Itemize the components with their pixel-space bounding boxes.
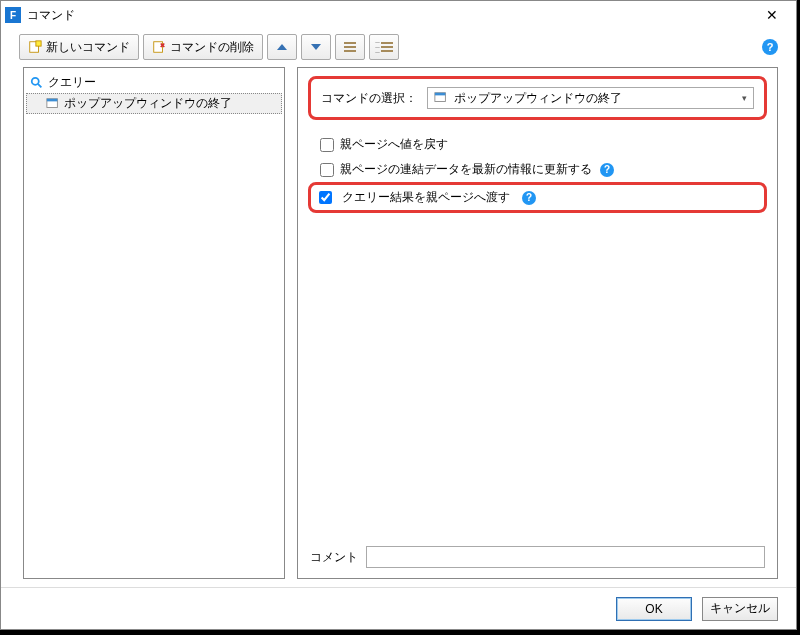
checkbox-refresh-parent[interactable] <box>320 163 334 177</box>
svg-point-5 <box>32 77 39 84</box>
command-select-highlight: コマンドの選択： ポップアップウィンドウの終了 ▾ <box>308 76 767 120</box>
comment-label: コメント <box>310 549 358 566</box>
command-select-dropdown[interactable]: ポップアップウィンドウの終了 ▾ <box>427 87 754 109</box>
dialog-footer: OK キャンセル <box>1 587 796 629</box>
tree-item-close-popup[interactable]: ポップアップウィンドウの終了 <box>26 93 282 114</box>
checkbox-pass-query-label: クエリー結果を親ページへ渡す <box>342 189 510 206</box>
checkbox-refresh-parent-row: 親ページの連結データを最新の情報に更新する ? <box>308 157 767 182</box>
help-icon[interactable]: ? <box>600 163 614 177</box>
cancel-button[interactable]: キャンセル <box>702 597 778 621</box>
content-area: クエリー ポップアップウィンドウの終了 コマンドの選択： ポップアップウィンドウ… <box>1 65 796 587</box>
svg-line-6 <box>38 83 42 87</box>
command-dialog: F コマンド ✕ 新しいコマンド コマンドの削除 ––– ? <box>0 0 797 630</box>
arrow-down-icon <box>311 44 321 50</box>
outdent-icon <box>344 42 356 52</box>
svg-rect-10 <box>435 93 446 96</box>
command-select-label: コマンドの選択： <box>321 90 417 107</box>
svg-rect-8 <box>47 98 58 101</box>
tree-item-label: ポップアップウィンドウの終了 <box>64 95 232 112</box>
dialog-title: コマンド <box>27 7 752 24</box>
checkbox-pass-query[interactable] <box>319 191 332 204</box>
app-icon: F <box>5 7 21 23</box>
checkbox-return-value[interactable] <box>320 138 334 152</box>
close-button[interactable]: ✕ <box>752 3 792 27</box>
chevron-down-icon: ▾ <box>742 93 747 103</box>
search-icon <box>30 76 44 90</box>
delete-command-button[interactable]: コマンドの削除 <box>143 34 263 60</box>
indent-button[interactable]: ––– <box>369 34 399 60</box>
checkbox-refresh-parent-label: 親ページの連結データを最新の情報に更新する <box>340 161 592 178</box>
checkbox-pass-query-highlight: クエリー結果を親ページへ渡す ? <box>308 182 767 213</box>
new-command-label: 新しいコマンド <box>46 39 130 56</box>
tree-root-label: クエリー <box>48 74 96 91</box>
titlebar: F コマンド ✕ <box>1 1 796 29</box>
window-icon <box>46 97 60 111</box>
help-icon[interactable]: ? <box>522 191 536 205</box>
delete-command-icon <box>152 40 166 54</box>
arrow-up-icon <box>277 44 287 50</box>
comment-input[interactable] <box>366 546 765 568</box>
new-command-button[interactable]: 新しいコマンド <box>19 34 139 60</box>
command-select-value: ポップアップウィンドウの終了 <box>454 90 622 107</box>
indent-icon: ––– <box>375 40 392 54</box>
tree-root-query[interactable]: クエリー <box>26 72 282 93</box>
toolbar: 新しいコマンド コマンドの削除 ––– ? <box>1 29 796 65</box>
move-down-button[interactable] <box>301 34 331 60</box>
checkbox-return-value-row: 親ページへ値を戻す <box>308 132 767 157</box>
move-up-button[interactable] <box>267 34 297 60</box>
command-details-panel: コマンドの選択： ポップアップウィンドウの終了 ▾ 親ページへ値を戻す 親ページ… <box>297 67 778 579</box>
window-icon <box>434 91 448 105</box>
svg-rect-1 <box>36 41 41 46</box>
ok-button[interactable]: OK <box>616 597 692 621</box>
toolbar-help-icon[interactable]: ? <box>762 39 778 55</box>
command-tree-panel: クエリー ポップアップウィンドウの終了 <box>23 67 285 579</box>
outdent-button[interactable] <box>335 34 365 60</box>
delete-command-label: コマンドの削除 <box>170 39 254 56</box>
checkbox-return-value-label: 親ページへ値を戻す <box>340 136 448 153</box>
comment-row: コメント <box>308 540 767 570</box>
new-command-icon <box>28 40 42 54</box>
